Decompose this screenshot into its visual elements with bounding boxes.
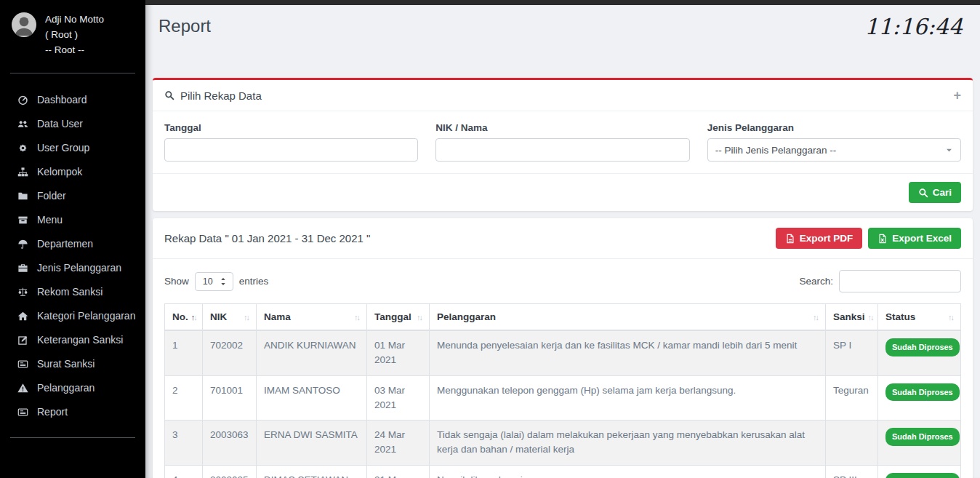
gear-icon bbox=[16, 142, 29, 154]
column-header-no[interactable]: No.↑↓ bbox=[165, 304, 203, 331]
nama-cell: ERNA DWI SASMITA bbox=[257, 421, 367, 466]
column-header-pelanggaran[interactable]: Pelanggaran↑↓ bbox=[430, 304, 826, 331]
sidebar-item-kelompok[interactable]: Kelompok bbox=[0, 160, 145, 184]
no-cell: 3 bbox=[165, 421, 203, 466]
table-row: 32003063ERNA DWI SASMITA24 Mar 2021Tidak… bbox=[165, 421, 961, 466]
sidebar-item-user-group[interactable]: User Group bbox=[0, 136, 145, 160]
archive-icon bbox=[16, 214, 29, 226]
nik-cell: 2003063 bbox=[203, 421, 257, 466]
sidebar-item-label: Kelompok bbox=[37, 166, 82, 178]
briefcase-icon bbox=[16, 262, 29, 274]
no-cell: 1 bbox=[165, 330, 203, 375]
nik-nama-label: NIK / Nama bbox=[435, 122, 689, 133]
sidebar-item-report[interactable]: Report bbox=[0, 400, 145, 424]
status-cell: Sudah Diproses bbox=[878, 465, 961, 478]
sidebar-item-data-user[interactable]: Data User bbox=[0, 112, 145, 136]
no-cell: 4 bbox=[165, 465, 203, 478]
sidebar-divider-bottom bbox=[10, 437, 135, 438]
report-panel: Rekap Data " 01 Jan 2021 - 31 Dec 2021 "… bbox=[153, 218, 973, 478]
table-search-input[interactable] bbox=[839, 270, 961, 292]
status-badge: Sudah Diproses bbox=[885, 338, 960, 356]
caret-down-icon bbox=[945, 146, 953, 154]
sidebar-item-kategori-pelanggaran[interactable]: Kategori Pelanggaran bbox=[0, 304, 145, 328]
user-panel: Adji No Motto ( Root ) -- Root -- bbox=[0, 0, 145, 67]
pelanggaran-cell: Menunda penyelesaian kerja dan ke fasili… bbox=[430, 330, 826, 375]
sort-icon: ↑↓ bbox=[948, 313, 953, 322]
export-excel-button[interactable]: Export Excel bbox=[868, 228, 961, 249]
column-label: Nama bbox=[264, 311, 291, 322]
show-label: Show bbox=[164, 276, 189, 287]
pelanggaran-cell: Ngupil dibawah meja bbox=[430, 465, 826, 478]
sidebar-item-label: Dashboard bbox=[37, 94, 87, 105]
entries-label: entries bbox=[239, 276, 269, 287]
page-title: Report bbox=[158, 16, 967, 36]
content-header: Report 11:16:44 bbox=[153, 5, 973, 78]
clock: 11:16:44 bbox=[864, 14, 963, 39]
table-row: 2701001IMAM SANTOSO03 Mar 2021Menggunaka… bbox=[165, 375, 961, 421]
table-row: 42003035DIMAS SETIAWAN31 Mar 2021Ngupil … bbox=[165, 465, 961, 478]
sidebar-divider-top bbox=[10, 73, 135, 73]
search-icon bbox=[918, 188, 928, 198]
sidebar-item-departemen[interactable]: Departemen bbox=[0, 232, 145, 256]
nik-cell: 2003035 bbox=[203, 465, 257, 478]
filter-panel-title: Pilih Rekap Data bbox=[164, 89, 262, 102]
sidebar-item-label: Folder bbox=[37, 190, 66, 202]
tanggal-cell: 03 Mar 2021 bbox=[367, 375, 430, 421]
export-pdf-button[interactable]: Export PDF bbox=[776, 228, 863, 249]
updown-icon bbox=[220, 277, 227, 286]
sort-icon: ↑↓ bbox=[417, 313, 422, 322]
sidebar-item-label: Kategori Pelanggaran bbox=[37, 310, 135, 322]
sidebar-item-rekom-sanksi[interactable]: Rekom Sanksi bbox=[0, 280, 145, 304]
sidebar-item-label: User Group bbox=[37, 142, 89, 154]
tanggal-cell: 31 Mar 2021 bbox=[367, 465, 430, 478]
users-icon bbox=[16, 118, 29, 130]
sidebar-item-label: Departemen bbox=[37, 238, 93, 250]
sidebar-item-pelanggaran[interactable]: Pelanggaran bbox=[0, 376, 145, 400]
warning-icon bbox=[16, 382, 29, 394]
status-badge: Sudah Diproses bbox=[885, 473, 960, 478]
column-label: Tanggal bbox=[374, 311, 411, 322]
sidebar-item-label: Pelanggaran bbox=[37, 382, 95, 394]
sidebar-item-label: Jenis Pelanggaran bbox=[37, 262, 121, 274]
column-header-nik[interactable]: NIK↑↓ bbox=[203, 304, 257, 331]
column-label: No. bbox=[172, 311, 188, 322]
tanggal-cell: 24 Mar 2021 bbox=[367, 421, 430, 466]
umbrella-icon bbox=[16, 238, 29, 250]
sanksi-cell: SP I bbox=[826, 330, 878, 375]
select-value: -- Pilih Jenis Pelanggaran -- bbox=[715, 145, 837, 156]
page-size-select[interactable]: 10 bbox=[195, 272, 233, 291]
sanksi-cell: Teguran bbox=[826, 375, 878, 421]
search-icon bbox=[164, 90, 174, 100]
sidebar-item-surat-sanksi[interactable]: Surat Sanksi bbox=[0, 352, 145, 376]
sidebar-item-folder[interactable]: Folder bbox=[0, 184, 145, 208]
sort-icon: ↑↓ bbox=[354, 313, 359, 322]
cari-button[interactable]: Cari bbox=[909, 182, 961, 203]
column-header-nama[interactable]: Nama↑↓ bbox=[257, 304, 367, 331]
column-label: Sanksi bbox=[833, 311, 865, 322]
column-header-tanggal[interactable]: Tanggal↑↓ bbox=[367, 304, 430, 331]
status-cell: Sudah Diproses bbox=[878, 375, 961, 421]
sort-icon: ↑↓ bbox=[191, 313, 196, 322]
avatar bbox=[12, 12, 36, 37]
pelanggaran-cell: Menggunakan telepon genggam (Hp) selama … bbox=[430, 375, 826, 421]
sort-icon: ↑↓ bbox=[868, 313, 873, 322]
tanggal-input[interactable] bbox=[164, 138, 418, 162]
pdf-file-icon bbox=[785, 234, 795, 244]
home-icon bbox=[16, 310, 29, 322]
sanksi-cell bbox=[826, 421, 878, 466]
sidebar-item-jenis-pelanggaran[interactable]: Jenis Pelanggaran bbox=[0, 256, 145, 280]
nama-cell: ANDIK KURNIAWAN bbox=[257, 330, 367, 375]
sidebar-item-keterangan-sanksi[interactable]: Keterangan Sanksi bbox=[0, 328, 145, 352]
jenis-pelanggaran-select[interactable]: -- Pilih Jenis Pelanggaran -- bbox=[707, 138, 961, 162]
sidebar-item-dashboard[interactable]: Dashboard bbox=[0, 88, 145, 112]
scales-icon bbox=[16, 286, 29, 298]
no-cell: 2 bbox=[165, 375, 203, 421]
user-group: -- Root -- bbox=[45, 43, 104, 58]
column-label: NIK bbox=[210, 311, 227, 322]
column-header-status[interactable]: Status↑↓ bbox=[878, 304, 961, 331]
column-header-sanksi[interactable]: Sanksi↑↓ bbox=[826, 304, 878, 331]
sidebar-item-menu[interactable]: Menu bbox=[0, 208, 145, 232]
top-navbar bbox=[145, 0, 980, 5]
nik-nama-input[interactable] bbox=[435, 138, 689, 162]
collapse-plus-button[interactable]: + bbox=[953, 89, 961, 102]
